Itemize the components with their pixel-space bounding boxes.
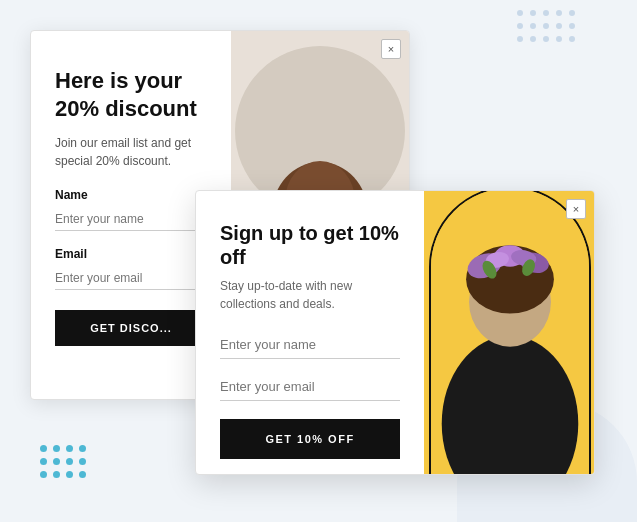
dots-top-right-decoration <box>517 10 577 44</box>
popup2-content: Sign up to get 10% off Stay up-to-date w… <box>196 191 424 474</box>
popup2-email-input[interactable] <box>220 373 400 401</box>
dots-bottom-left-decoration <box>40 445 87 492</box>
popup1-name-label: Name <box>55 188 207 202</box>
person2-illustration <box>429 191 591 474</box>
popup2-description: Stay up-to-date with new collections and… <box>220 277 400 313</box>
popup2-name-input[interactable] <box>220 331 400 359</box>
popup2-submit-button[interactable]: GET 10% OFF <box>220 419 400 459</box>
popup2-title: Sign up to get 10% off <box>220 221 400 269</box>
popup2-image-area <box>424 191 594 474</box>
popup1-email-input[interactable] <box>55 267 207 290</box>
close-button-popup1[interactable]: × <box>381 39 401 59</box>
popup1-description: Join our email list and get special 20% … <box>55 134 207 170</box>
close-button-popup2[interactable]: × <box>566 199 586 219</box>
popup1-submit-button[interactable]: GET DISCO... <box>55 310 207 346</box>
popup1-title: Here is your 20% discount <box>55 67 207 122</box>
popup-discount-10: × Sign up to get 10% off Stay up-to-date… <box>195 190 595 475</box>
popup1-name-input[interactable] <box>55 208 207 231</box>
popup1-email-label: Email <box>55 247 207 261</box>
